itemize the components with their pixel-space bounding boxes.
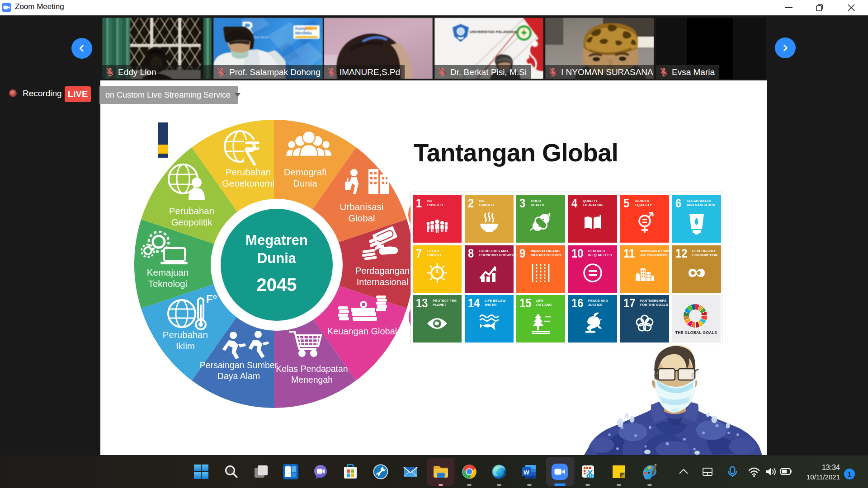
svg-text:Megatren: Megatren (245, 232, 308, 248)
svg-text:F°: F° (206, 293, 217, 305)
svg-text:Keuangan Global: Keuangan Global (327, 326, 397, 336)
svg-text:2045: 2045 (257, 275, 297, 295)
svg-text:Dunia: Dunia (257, 250, 297, 266)
svg-text:W: W (524, 469, 529, 476)
